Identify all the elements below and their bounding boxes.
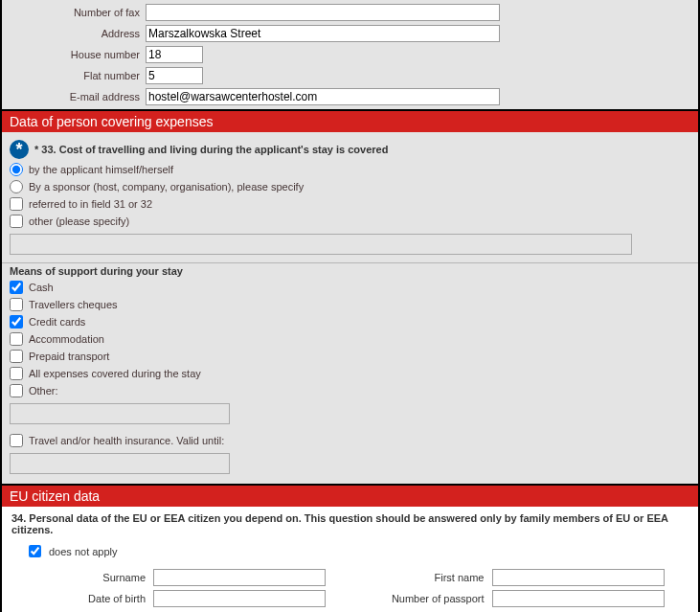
means-prepaid-checkbox[interactable] (10, 350, 23, 363)
opt-referred-checkbox[interactable] (10, 197, 23, 211)
address-label: Address (6, 28, 146, 39)
means-other-label: Other: (29, 385, 58, 397)
means-accom-checkbox[interactable] (10, 332, 23, 346)
means-allexp-label: All expenses covered during the stay (29, 368, 201, 379)
flat-number-label: Flat number (6, 70, 146, 81)
eu-dob-input[interactable] (153, 590, 326, 607)
house-number-input[interactable] (146, 46, 203, 63)
fax-input[interactable] (146, 4, 500, 21)
fax-label: Number of fax (6, 7, 146, 18)
means-insurance-checkbox[interactable] (10, 434, 23, 447)
opt-other-input[interactable] (10, 234, 632, 255)
expenses-section-header: Data of person covering expenses (2, 111, 698, 132)
email-input[interactable] (146, 88, 500, 105)
eu-firstname-input[interactable] (492, 569, 665, 586)
email-label: E-mail address (6, 91, 146, 102)
means-credit-label: Credit cards (29, 316, 85, 328)
means-other-input[interactable] (10, 403, 230, 424)
means-insurance-label: Travel and/or health insurance. Valid un… (29, 435, 224, 446)
q33-text: * 33. Cost of travelling and living duri… (34, 144, 388, 155)
means-heading: Means of support during your stay (2, 262, 698, 279)
opt-sponsor-label: By a sponsor (host, company, organisatio… (29, 181, 304, 193)
means-travellers-label: Travellers cheques (29, 299, 118, 310)
means-prepaid-label: Prepaid transport (29, 351, 109, 362)
eu-passport-input[interactable] (492, 590, 665, 607)
flat-number-input[interactable] (146, 67, 203, 84)
means-accom-label: Accommodation (29, 333, 104, 345)
means-travellers-checkbox[interactable] (10, 298, 23, 311)
means-other-checkbox[interactable] (10, 384, 23, 397)
asterisk-icon: * (10, 140, 29, 159)
opt-other-label: other (please specify) (29, 215, 129, 227)
eu-not-apply-label: does not apply (49, 546, 118, 557)
address-input[interactable] (146, 25, 500, 42)
opt-referred-label: referred to in field 31 or 32 (29, 198, 152, 210)
opt-other-checkbox[interactable] (10, 215, 23, 228)
means-allexp-checkbox[interactable] (10, 367, 23, 380)
means-credit-checkbox[interactable] (10, 315, 23, 329)
eu-surname-label: Surname (11, 572, 153, 583)
house-number-label: House number (6, 49, 146, 60)
opt-self-radio[interactable] (10, 163, 23, 176)
eu-section-header: EU citizen data (2, 486, 698, 507)
eu-dob-label: Date of birth (11, 593, 153, 604)
eu-surname-input[interactable] (153, 569, 326, 586)
q34-text: 34. Personal data of the EU or EEA citiz… (11, 512, 689, 535)
eu-not-apply-checkbox[interactable] (29, 545, 41, 557)
means-cash-checkbox[interactable] (10, 281, 23, 294)
means-insurance-input[interactable] (10, 453, 230, 474)
eu-firstname-label: First name (350, 572, 492, 583)
means-cash-label: Cash (29, 282, 54, 293)
opt-self-label: by the applicant himself/herself (29, 164, 173, 175)
eu-passport-label: Number of passport (350, 593, 492, 604)
opt-sponsor-radio[interactable] (10, 180, 23, 193)
